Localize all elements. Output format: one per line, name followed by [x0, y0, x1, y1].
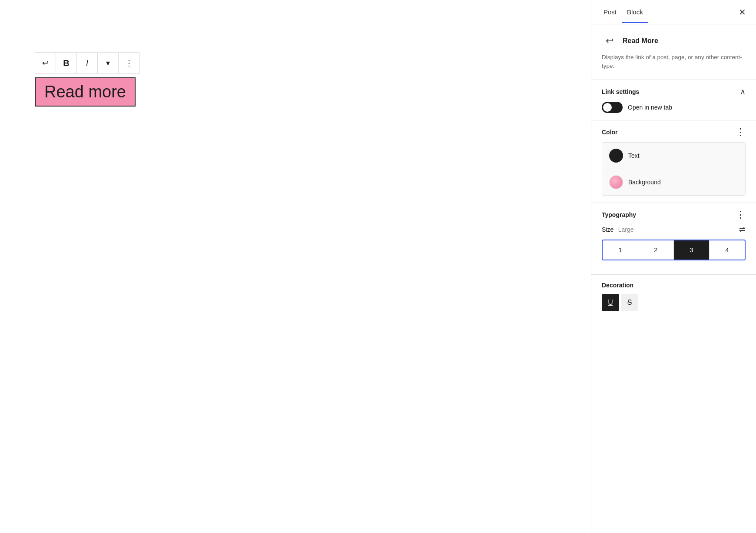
size-btn-4[interactable]: 4: [710, 240, 745, 260]
open-new-tab-toggle[interactable]: [602, 102, 623, 113]
strikethrough-icon: S: [627, 299, 632, 306]
link-settings-title: Link settings: [602, 88, 639, 95]
block-info-header: ↩ Read More: [602, 33, 746, 49]
read-more-text: Read more: [44, 83, 126, 101]
size-btn-1[interactable]: 1: [603, 240, 638, 260]
typography-section-header: Typography ⋮: [602, 210, 746, 220]
decoration-buttons: U S: [602, 294, 746, 311]
toggle-knob: [603, 103, 612, 112]
decoration-section: Decoration U S: [591, 275, 756, 318]
chevron-down-icon: ▾: [106, 58, 110, 68]
sidebar: Post Block ✕ ↩ Read More Displays the li…: [591, 0, 756, 533]
background-color-swatch: [609, 175, 623, 189]
italic-icon: I: [86, 59, 88, 68]
size-btn-3[interactable]: 3: [674, 240, 710, 260]
link-settings-section: Link settings ∧ Open in new tab: [591, 80, 756, 120]
tab-block[interactable]: Block: [622, 1, 648, 23]
size-label: Size: [602, 226, 613, 233]
more-options-button[interactable]: ▾: [98, 53, 119, 73]
typography-section-title: Typography: [602, 211, 636, 218]
close-icon: ✕: [739, 7, 746, 17]
canvas-area: ↩ B I ▾ ⋮ Read more: [0, 0, 591, 533]
typography-section: Typography ⋮ Size Large ⇌ 1 2 3 4: [591, 203, 756, 275]
color-more-icon[interactable]: ⋮: [736, 127, 746, 137]
color-section-title: Color: [602, 129, 618, 136]
color-section-header: Color ⋮: [602, 127, 746, 137]
link-settings-header: Link settings ∧: [602, 87, 746, 97]
size-controls-icon[interactable]: ⇌: [739, 225, 746, 234]
underline-button[interactable]: U: [602, 294, 619, 311]
size-btn-2[interactable]: 2: [638, 240, 674, 260]
block-info: ↩ Read More Displays the link of a post,…: [591, 24, 756, 80]
sidebar-tabs: Post Block ✕: [591, 0, 756, 24]
block-description: Displays the link of a post, page, or an…: [602, 53, 746, 71]
size-value: Large: [618, 226, 634, 233]
background-color-row[interactable]: Background: [602, 169, 745, 195]
size-buttons: 1 2 3 4: [602, 240, 746, 260]
read-more-icon: ↩: [602, 33, 617, 49]
link-icon: ↩: [42, 58, 49, 68]
decoration-title: Decoration: [602, 282, 746, 289]
strikethrough-button[interactable]: S: [621, 294, 638, 311]
open-new-tab-row: Open in new tab: [602, 102, 746, 113]
chevron-up-icon[interactable]: ∧: [740, 87, 746, 97]
text-color-label: Text: [628, 152, 640, 159]
typography-more-icon[interactable]: ⋮: [736, 210, 746, 220]
tab-post[interactable]: Post: [598, 1, 622, 23]
close-button[interactable]: ✕: [735, 5, 749, 19]
read-more-block[interactable]: Read more: [35, 77, 136, 107]
bold-icon: B: [63, 58, 69, 68]
underline-icon: U: [608, 299, 613, 306]
link-button[interactable]: ↩: [35, 53, 56, 73]
text-color-swatch: [609, 149, 623, 163]
italic-button[interactable]: I: [77, 53, 98, 73]
color-panel: Text Background: [602, 142, 746, 196]
text-color-row[interactable]: Text: [602, 143, 745, 169]
block-title: Read More: [623, 37, 658, 45]
overflow-menu-button[interactable]: ⋮: [119, 53, 139, 73]
background-color-label: Background: [628, 179, 661, 186]
ellipsis-icon: ⋮: [125, 58, 133, 68]
block-toolbar: ↩ B I ▾ ⋮: [35, 52, 140, 74]
bold-button[interactable]: B: [56, 53, 77, 73]
open-new-tab-label: Open in new tab: [628, 104, 672, 111]
size-row: Size Large ⇌: [602, 225, 746, 234]
color-section: Color ⋮ Text Background: [591, 120, 756, 203]
